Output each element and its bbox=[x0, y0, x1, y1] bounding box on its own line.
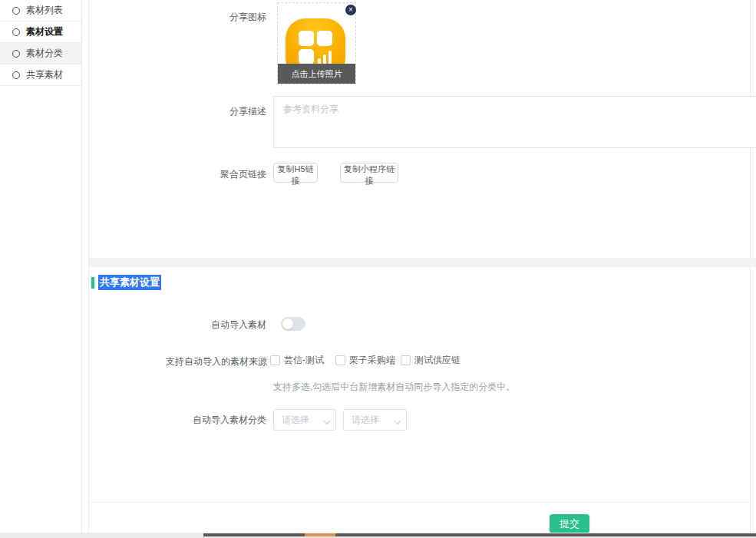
share-desc-input[interactable] bbox=[273, 96, 756, 148]
sidebar-item-label: 素材设置 bbox=[26, 25, 63, 38]
grid-square-icon bbox=[299, 31, 314, 46]
category-select-1[interactable]: 请选择 bbox=[273, 409, 336, 431]
scrollbar-thumb[interactable] bbox=[203, 533, 756, 536]
share-icon-label: 分享图标 bbox=[89, 11, 266, 24]
sources-hint-text: 支持多选,勾选后中台新增素材自动同步导入指定的分类中。 bbox=[273, 381, 515, 394]
share-icon-upload[interactable]: × 点击上传照片 bbox=[277, 2, 356, 84]
shared-material-settings-card: 共享素材设置 自动导入素材 支持自动导入的素材来源 芸信-测试 栗子采购端 测试… bbox=[89, 267, 750, 502]
checkbox-source-lizi-procurement[interactable]: 栗子采购端 bbox=[335, 354, 395, 367]
grid-square-icon bbox=[317, 31, 332, 46]
upload-overlay-label[interactable]: 点击上传照片 bbox=[278, 64, 355, 84]
auto-import-toggle[interactable] bbox=[281, 317, 305, 331]
checkbox-source-yunxin-test[interactable]: 芸信-测试 bbox=[270, 354, 324, 367]
chart-bar-icon bbox=[328, 51, 332, 64]
select-placeholder: 请选择 bbox=[282, 414, 309, 427]
checkbox-source-test-supplychain[interactable]: 测试供应链 bbox=[401, 354, 461, 367]
section-title-text: 共享素材设置 bbox=[98, 275, 161, 290]
copy-miniprogram-link-button[interactable]: 复制小程序链接 bbox=[340, 163, 398, 183]
chevron-down-icon bbox=[394, 418, 401, 424]
checkbox-label: 芸信-测试 bbox=[284, 354, 324, 367]
copy-h5-link-button[interactable]: 复制H5链接 bbox=[273, 163, 318, 183]
circle-bullet-icon bbox=[12, 50, 20, 58]
chevron-down-icon bbox=[323, 418, 330, 424]
close-icon[interactable]: × bbox=[345, 5, 356, 15]
select-placeholder: 请选择 bbox=[352, 414, 379, 427]
sidebar-item-label: 素材列表 bbox=[26, 4, 63, 17]
horizontal-scrollbar[interactable] bbox=[0, 533, 756, 538]
sidebar-item-material-settings[interactable]: 素材设置 bbox=[0, 21, 81, 43]
form-footer: 提交 bbox=[89, 502, 750, 533]
sources-label: 支持自动导入的素材来源 bbox=[89, 355, 267, 368]
circle-bullet-icon bbox=[12, 28, 20, 36]
card-divider bbox=[89, 258, 756, 267]
share-settings-card: 分享图标 × 点击上传照片 分享描述 聚合页链接 复制H5链接 复制小程序链接 bbox=[89, 0, 750, 258]
grid-square-icon bbox=[299, 49, 314, 64]
share-desc-label: 分享描述 bbox=[89, 105, 266, 118]
checkbox-label: 栗子采购端 bbox=[349, 354, 395, 367]
checkbox-icon[interactable] bbox=[270, 355, 280, 365]
section-title: 共享素材设置 bbox=[91, 275, 161, 290]
checkbox-icon[interactable] bbox=[335, 355, 345, 365]
scrollbar-orange-marker bbox=[305, 533, 335, 536]
sidebar-item-label: 素材分类 bbox=[26, 47, 63, 60]
submit-button[interactable]: 提交 bbox=[550, 514, 589, 533]
agg-link-label: 聚合页链接 bbox=[89, 168, 266, 181]
category-label: 自动导入素材分类 bbox=[89, 414, 266, 427]
circle-bullet-icon bbox=[12, 7, 20, 15]
sidebar-item-shared-material[interactable]: 共享素材 bbox=[0, 64, 81, 86]
category-select-2[interactable]: 请选择 bbox=[343, 409, 407, 431]
sidebar-item-material-list[interactable]: 素材列表 bbox=[0, 0, 81, 21]
auto-import-label: 自动导入素材 bbox=[89, 319, 266, 332]
checkbox-icon[interactable] bbox=[401, 355, 411, 365]
toggle-knob-icon bbox=[282, 319, 293, 329]
checkbox-label: 测试供应链 bbox=[414, 354, 461, 367]
section-accent-bar bbox=[91, 277, 94, 289]
circle-bullet-icon bbox=[12, 71, 20, 79]
sidebar-item-material-category[interactable]: 素材分类 bbox=[0, 43, 81, 64]
sidebar-item-label: 共享素材 bbox=[26, 68, 63, 81]
sidebar: 素材列表 素材设置 素材分类 共享素材 bbox=[0, 0, 82, 533]
